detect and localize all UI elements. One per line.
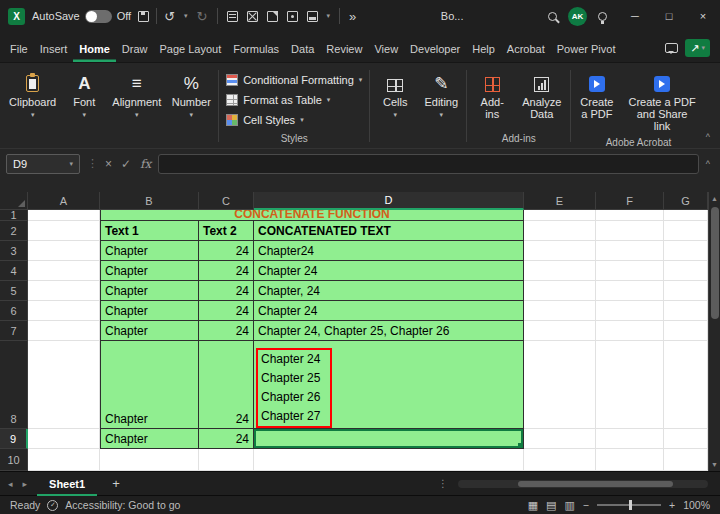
undo-icon[interactable]: ↺ <box>164 10 175 23</box>
cell-styles-button[interactable]: Cell Styles ▾ <box>221 110 367 129</box>
cell-B5[interactable]: Chapter <box>100 281 199 301</box>
zoom-slider-thumb[interactable] <box>629 500 632 510</box>
cell-E9[interactable] <box>524 429 596 449</box>
cancel-icon[interactable]: × <box>105 157 112 171</box>
tab-formulas[interactable]: Formulas <box>227 36 285 62</box>
close-button[interactable]: × <box>686 0 720 32</box>
cell-A8[interactable] <box>28 341 100 429</box>
tab-data[interactable]: Data <box>285 36 320 62</box>
editing-group-button[interactable]: ✎ Editing ▾ <box>418 64 464 148</box>
conditional-formatting-button[interactable]: Conditional Formatting ▾ <box>221 70 367 89</box>
tab-file[interactable]: File <box>4 36 34 62</box>
row-header-2[interactable]: 2 <box>0 221 28 241</box>
cell-G10[interactable] <box>664 449 708 471</box>
row-header-6[interactable]: 6 <box>0 301 28 321</box>
cell-D7[interactable]: Chapter 24, Chapter 25, Chapter 26 <box>254 321 524 341</box>
enter-icon[interactable]: ✓ <box>121 157 131 171</box>
save-icon[interactable] <box>138 11 149 22</box>
cell-F4[interactable] <box>596 261 664 281</box>
tab-page-layout[interactable]: Page Layout <box>153 36 227 62</box>
collapse-ribbon-icon[interactable]: ^ <box>704 132 718 148</box>
column-header-d[interactable]: D <box>254 192 524 210</box>
cell-D2[interactable]: CONCATENATED TEXT <box>254 221 524 241</box>
cell-F2[interactable] <box>596 221 664 241</box>
tab-view[interactable]: View <box>368 36 404 62</box>
cell-E2[interactable] <box>524 221 596 241</box>
comments-icon[interactable] <box>665 43 678 53</box>
cell-D9-selected[interactable] <box>254 429 524 449</box>
row-header-8[interactable]: 8 <box>0 341 28 429</box>
cut-icon[interactable] <box>247 11 258 22</box>
cell-C2[interactable]: Text 2 <box>199 221 254 241</box>
cell-E8[interactable] <box>524 341 596 429</box>
styles-group-label[interactable]: Styles <box>221 130 367 148</box>
cell-F10[interactable] <box>596 449 664 471</box>
maximize-button[interactable]: □ <box>652 0 686 32</box>
sheet-tab-sheet1[interactable]: Sheet1 <box>37 472 97 496</box>
scroll-down-icon[interactable]: ▼ <box>711 458 718 471</box>
autosave-switch[interactable] <box>85 10 112 23</box>
redo-icon[interactable]: ↻ <box>197 10 208 23</box>
cell-A7[interactable] <box>28 321 100 341</box>
search-icon[interactable] <box>548 12 557 21</box>
select-all-button[interactable] <box>0 192 28 210</box>
insert-function-icon[interactable]: fx <box>140 157 151 171</box>
scrollbar-splitter-icon[interactable]: ⋮ <box>438 478 448 489</box>
chevron-down-icon[interactable]: ▾ <box>184 12 188 20</box>
cell-A6[interactable] <box>28 301 100 321</box>
add-sheet-button[interactable]: + <box>107 476 125 491</box>
vertical-scrollbar[interactable]: ▲ ▼ <box>708 192 720 471</box>
cell-D8[interactable]: Chapter 24 Chapter 25 Chapter 26 Chapter… <box>254 341 524 429</box>
tab-power-pivot[interactable]: Power Pivot <box>551 36 622 62</box>
clipboard-group-button[interactable]: Clipboard ▾ <box>4 64 61 148</box>
cell-G9[interactable] <box>664 429 708 449</box>
tab-acrobat[interactable]: Acrobat <box>501 36 551 62</box>
cell-D5[interactable]: Chapter, 24 <box>254 281 524 301</box>
zoom-out-button[interactable]: − <box>583 499 589 511</box>
row-header-9[interactable]: 9 <box>0 429 28 449</box>
chevron-down-icon[interactable]: ▾ <box>327 12 331 20</box>
tab-insert[interactable]: Insert <box>34 36 74 62</box>
font-group-button[interactable]: A Font ▾ <box>61 64 107 148</box>
row-header-10[interactable]: 10 <box>0 449 28 471</box>
zoom-level[interactable]: 100% <box>683 499 710 511</box>
previous-sheet-icon[interactable]: ◂ <box>8 479 13 489</box>
row-header-7[interactable]: 7 <box>0 321 28 341</box>
cell-F8[interactable] <box>596 341 664 429</box>
cell-C6[interactable]: 24 <box>199 301 254 321</box>
column-header-g[interactable]: G <box>664 192 708 210</box>
tab-home[interactable]: Home <box>73 36 116 62</box>
vertical-scroll-thumb[interactable] <box>711 207 719 319</box>
cell-B1-merged-title[interactable]: CONCATENATE FUNCTION <box>100 210 524 221</box>
row-header-4[interactable]: 4 <box>0 261 28 281</box>
cell-F6[interactable] <box>596 301 664 321</box>
cell-B10[interactable] <box>100 449 199 471</box>
zoom-in-button[interactable]: + <box>669 499 675 511</box>
cell-E10[interactable] <box>524 449 596 471</box>
cell-B4[interactable]: Chapter <box>100 261 199 281</box>
cell-F9[interactable] <box>596 429 664 449</box>
cell-G5[interactable] <box>664 281 708 301</box>
minimize-button[interactable]: ─ <box>618 0 652 32</box>
account-avatar[interactable]: AK <box>568 7 587 26</box>
next-sheet-icon[interactable]: ▸ <box>23 479 28 489</box>
column-header-a[interactable]: A <box>28 192 100 210</box>
cell-C3[interactable]: 24 <box>199 241 254 261</box>
cell-D3[interactable]: Chapter24 <box>254 241 524 261</box>
copy-icon[interactable] <box>267 11 278 22</box>
row-header-3[interactable]: 3 <box>0 241 28 261</box>
normal-view-icon[interactable]: ▦ <box>528 499 538 512</box>
excel-logo-icon[interactable]: X <box>8 8 25 25</box>
cell-C5[interactable]: 24 <box>199 281 254 301</box>
expand-formula-bar-icon[interactable]: ^ <box>706 159 712 169</box>
create-pdf-button[interactable]: Create a PDF <box>573 70 620 134</box>
cell-C4[interactable]: 24 <box>199 261 254 281</box>
cell-D10[interactable] <box>254 449 524 471</box>
toolbar-overflow-icon[interactable]: » <box>349 10 356 23</box>
paste-icon[interactable] <box>227 11 238 22</box>
horizontal-scrollbar[interactable] <box>458 480 708 488</box>
addins-button[interactable]: Add-ins <box>469 70 515 122</box>
cell-E5[interactable] <box>524 281 596 301</box>
row-header-1[interactable]: 1 <box>0 210 28 221</box>
name-box[interactable]: D9 ▾ <box>6 154 80 174</box>
